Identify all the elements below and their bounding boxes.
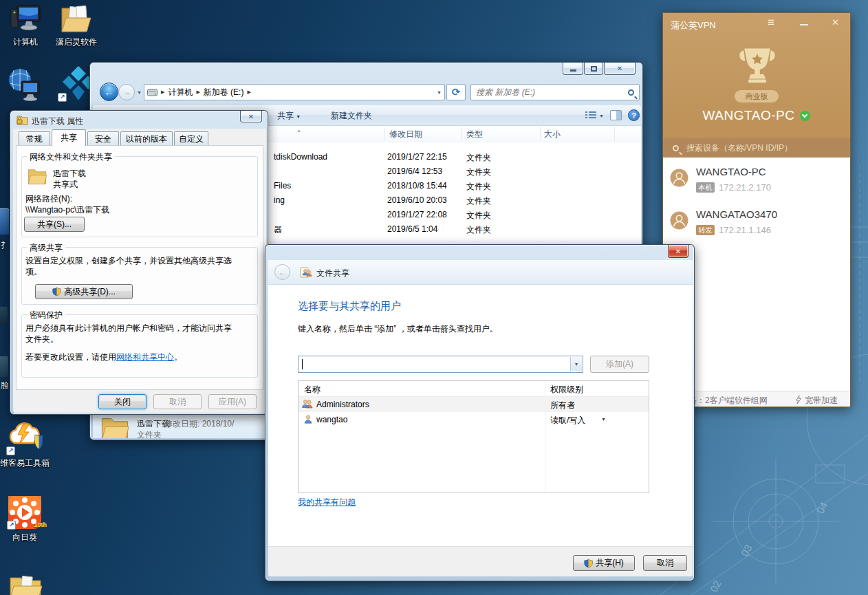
list-header: 名称 权限级别 <box>299 381 649 397</box>
preview-pane-button[interactable] <box>610 110 622 120</box>
desktop-icon-label: 潇启灵软件 <box>50 36 103 48</box>
maximize-button[interactable] <box>584 63 603 75</box>
desktop-icon-sunflower[interactable]: 10th ↗ 向日葵 <box>1 491 48 543</box>
column-header-permission[interactable]: 权限级别 <box>550 384 583 396</box>
close-dialog-button[interactable]: 关闭 <box>98 394 147 409</box>
file-sharing-dialog[interactable]: ✕ ← 文件共享 选择要与其共享的用户 键入名称，然后单击 “添加” ，或者单击… <box>265 244 695 581</box>
tab-security[interactable]: 安全 <box>87 131 119 146</box>
close-button[interactable]: ✕ <box>604 63 636 75</box>
folder-icon <box>27 167 47 185</box>
desktop-icon-toolbox[interactable]: ↗ 维客易工具箱 <box>0 415 52 469</box>
file-type: 文件夹 <box>466 181 491 193</box>
desktop-icon-label: 向日葵 <box>1 532 48 543</box>
views-button[interactable] <box>585 111 596 120</box>
uac-shield-icon <box>52 287 61 296</box>
cancel-button[interactable]: 取消 <box>153 394 202 409</box>
toolbar-new-folder-button[interactable]: 新建文件夹 <box>331 110 372 122</box>
history-dropdown[interactable]: ▼ <box>137 90 142 95</box>
computer-icon <box>10 4 41 34</box>
column-header-date[interactable]: 修改日期 <box>389 129 422 140</box>
back-button[interactable]: ← <box>100 83 118 101</box>
device-item[interactable]: WANGATAO3470 转发 172.21.1.146 <box>663 206 850 244</box>
sort-asc-icon: ▲ <box>296 128 301 133</box>
tab-previous-versions[interactable]: 以前的版本 <box>120 131 173 146</box>
device-ip: 172.21.2.170 <box>719 182 771 193</box>
desktop-icon-computer[interactable]: 计算机 <box>3 3 48 48</box>
tab-customize[interactable]: 自定义 <box>174 131 208 146</box>
tab-general[interactable]: 常规 <box>19 131 50 146</box>
network-globe-icon <box>6 66 42 102</box>
dialog-body: 选择要与其共享的用户 键入名称，然后单击 “添加” ，或者单击箭头查找用户。 ▼… <box>268 285 693 546</box>
user-row[interactable]: Administrators 所有者 <box>299 397 649 412</box>
desktop-icon-partial[interactable] <box>0 208 9 235</box>
properties-dialog[interactable]: 迅雷下载 属性 ✕ 常规 共享 安全 以前的版本 自定义 网络文件和文件夹共享 … <box>10 110 268 415</box>
help-button[interactable]: ? <box>628 109 640 121</box>
online-check-icon <box>800 111 810 121</box>
file-type: 文件夹 <box>466 224 491 236</box>
broadband-accelerate-button[interactable]: 宽带加速 <box>805 395 838 407</box>
column-header-name[interactable]: 名称 <box>304 384 321 396</box>
forward-icon: → <box>122 87 131 97</box>
refresh-icon: ⟳ <box>452 86 461 98</box>
column-header-size[interactable]: 大小 <box>544 129 561 140</box>
account-row[interactable]: WANGTAO-PC <box>663 107 850 125</box>
views-dropdown[interactable]: ▼ <box>599 113 604 118</box>
open-folder-icon <box>59 4 94 34</box>
address-bar[interactable]: ▶ 计算机 ▶ 新加卷 (E:) ▶ ▼ <box>144 84 445 100</box>
desktop-icon-xiaoqiling[interactable]: 潇启灵软件 <box>50 3 103 48</box>
advanced-sharing-button[interactable]: 高级共享(D)... <box>35 284 133 299</box>
user-name: wangtao <box>316 415 347 424</box>
close-button[interactable]: ✕ <box>668 245 688 258</box>
desktop-icon-label: 计算机 <box>3 36 48 48</box>
dropdown-icon: ▼ <box>296 114 301 119</box>
desktop-icon-partial[interactable] <box>0 307 8 325</box>
apply-button[interactable]: 应用(A) <box>208 394 257 409</box>
share-button[interactable]: 共享(S)... <box>24 217 85 232</box>
tab-sharing[interactable]: 共享 <box>52 129 86 146</box>
combo-dropdown-button[interactable]: ▼ <box>570 357 582 371</box>
breadcrumb-item[interactable]: 计算机 <box>168 87 193 98</box>
user-row[interactable]: wangtao 读取/写入 ▼ <box>299 412 649 427</box>
decor-number: 02 <box>708 578 724 594</box>
vpn-minimize-button[interactable] <box>800 24 808 25</box>
back-button-disabled: ← <box>274 264 290 280</box>
menu-icon[interactable]: ≡ <box>768 16 774 30</box>
vpn-search-bar[interactable]: 搜索设备（名称/VPN ID/IP） <box>663 138 850 158</box>
password-desc-line3: 若要更改此设置，请使用网络和共享中心。 <box>25 351 182 363</box>
permission-dropdown[interactable]: ▼ <box>601 417 606 422</box>
desktop-icon-partial[interactable] <box>0 356 8 377</box>
sharing-trouble-link[interactable]: 我的共享有问题 <box>298 497 356 508</box>
vpn-title: 蒲公英VPN <box>671 19 716 32</box>
search-icon <box>673 145 679 151</box>
device-item[interactable]: WANGTAO-PC 本机 172.21.2.170 <box>663 163 850 202</box>
vpn-close-button[interactable]: ✕ <box>832 17 839 28</box>
search-box[interactable]: 搜索 新加卷 (E:) <box>470 84 640 100</box>
user-combo-box[interactable]: ▼ <box>298 356 583 373</box>
file-type: 文件夹 <box>466 195 491 207</box>
user-permission: 所有者 <box>550 400 575 411</box>
shared-folder-name: 迅雷下载 <box>53 168 86 180</box>
column-header-type[interactable]: 类型 <box>466 129 483 140</box>
back-icon: ← <box>279 268 287 277</box>
window-controls: ✕ <box>563 63 636 75</box>
breadcrumb-item[interactable]: 新加卷 (E:) <box>204 87 244 98</box>
group-users-icon <box>302 399 313 409</box>
desktop-icon-network[interactable] <box>1 66 47 104</box>
address-dropdown[interactable]: ▼ <box>437 90 442 95</box>
desktop-icon-bottom-folder[interactable] <box>3 575 48 595</box>
dialog-heading: 选择要与其共享的用户 <box>298 300 401 313</box>
close-button[interactable]: ✕ <box>240 111 262 122</box>
details-type: 文件夹 <box>137 429 162 438</box>
refresh-button[interactable]: ⟳ <box>446 84 466 100</box>
add-button[interactable]: 添加(A) <box>590 356 649 373</box>
folder-lock-icon <box>17 115 28 125</box>
file-type: 文件夹 <box>466 210 491 221</box>
cancel-button[interactable]: 取消 <box>643 555 687 571</box>
forward-button[interactable]: → <box>118 84 135 100</box>
toolbar-share-button[interactable]: 共享 ▼ <box>277 110 301 122</box>
share-confirm-button[interactable]: 共享(H) <box>573 555 635 571</box>
user-name: Administrators <box>316 400 369 409</box>
user-icon <box>303 414 313 424</box>
network-sharing-center-link[interactable]: 网络和共享中心 <box>116 352 174 362</box>
minimize-button[interactable] <box>563 63 583 75</box>
